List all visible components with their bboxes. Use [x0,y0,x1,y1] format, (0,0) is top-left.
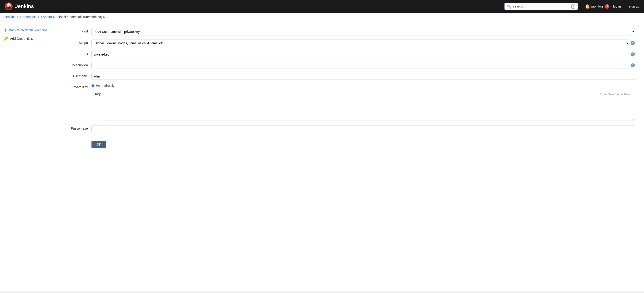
ok-button[interactable]: OK [92,141,106,148]
scope-help-icon[interactable]: ? [631,41,635,45]
monitors-button[interactable]: 🔔 monitors 3 [585,4,610,9]
breadcrumb-jenkins[interactable]: Jenkins [4,15,15,19]
svg-rect-5 [7,9,10,10]
form-actions: OK [64,136,635,148]
scope-row: Scope Global (Jenkins, nodes, items, all… [64,39,635,47]
header-divider: | [624,4,626,8]
jenkins-logo-area[interactable]: Jenkins [4,2,34,10]
breadcrumb-system[interactable]: System [41,15,52,19]
username-control-wrap [92,73,635,80]
scope-select[interactable]: Global (Jenkins, nodes, items, all child… [92,39,629,47]
add-credentials-link[interactable]: Add Credentials [10,37,33,40]
enter-directly-radio[interactable] [92,84,94,87]
enter-directly-label[interactable]: Enter directly [96,84,114,87]
description-input[interactable] [92,62,629,69]
username-row: Username [64,73,635,80]
description-label: Description [64,62,92,67]
kind-row: Kind SSH Username with private key Usern… [64,28,635,35]
breadcrumb-global: Global credentials (unrestricted) [57,15,102,19]
login-link[interactable]: log in [613,4,621,8]
back-to-domains-link[interactable]: Back to credential domains [9,28,47,32]
description-help-icon[interactable]: ? [631,63,635,67]
svg-point-3 [10,5,10,5]
username-input[interactable] [92,73,635,80]
breadcrumb-arrow-2: ▶ [38,15,40,18]
add-credentials-form: Kind SSH Username with private key Usern… [64,28,635,148]
id-row: ID ? [64,51,635,58]
private-key-control-wrap: Enter directly Key Enter New Secret Belo… [92,84,635,121]
breadcrumb: Jenkins ▶ Credentials ▶ System ▶ Global … [0,13,644,21]
key-icon: 🔑 [4,36,8,41]
breadcrumb-credentials[interactable]: Credentials [20,15,36,19]
svg-point-2 [8,5,8,5]
search-container: 🔍 ? [504,3,578,10]
breadcrumb-arrow-3: ▶ [53,15,55,18]
search-icon: 🔍 [507,4,511,9]
bell-icon: 🔔 [585,4,590,9]
search-help-icon[interactable]: ? [571,4,576,9]
key-row: Key Enter New Secret Below [92,91,635,121]
scope-control-wrap: Global (Jenkins, nodes, items, all child… [92,39,635,47]
breadcrumb-arrow-4: ▶ [103,15,106,18]
jenkins-logo-icon [4,2,13,10]
app-title: Jenkins [15,3,34,9]
enter-directly-row: Enter directly [92,84,114,87]
id-label: ID [64,51,92,56]
signup-link[interactable]: sign up [629,4,640,8]
back-arrow-icon: ⬆ [4,28,7,33]
sidebar-item-back[interactable]: ⬆ Back to credential domains [0,26,55,34]
private-key-label: Private Key [64,84,92,89]
key-label: Key [92,91,100,96]
key-textarea[interactable] [102,91,635,120]
header-right: 🔔 monitors 3 log in | sign up [585,4,640,9]
sidebar: ⬆ Back to credential domains 🔑 Add Crede… [0,21,55,292]
private-key-row: Private Key Enter directly Key Enter New… [64,84,635,121]
kind-select[interactable]: SSH Username with private key Username w… [92,28,635,35]
key-textarea-wrap: Enter New Secret Below [102,91,635,121]
passphrase-input[interactable] [92,125,635,132]
sidebar-item-add-credentials[interactable]: 🔑 Add Credentials [0,34,55,42]
description-row: Description ? [64,62,635,69]
monitors-badge: 3 [605,4,610,9]
passphrase-label: Passphrase [64,125,92,130]
kind-label: Kind [64,28,92,33]
passphrase-control-wrap [92,125,635,132]
id-control-wrap: ? [92,51,635,58]
scope-label: Scope [64,39,92,44]
passphrase-row: Passphrase [64,125,635,132]
content-area: Kind SSH Username with private key Usern… [55,21,644,292]
description-control-wrap: ? [92,62,635,69]
svg-point-1 [7,3,11,8]
monitors-label: monitors [592,4,604,8]
search-input[interactable] [513,4,569,8]
id-input[interactable] [92,51,629,58]
username-label: Username [64,73,92,78]
kind-control-wrap: SSH Username with private key Username w… [92,28,635,35]
breadcrumb-arrow-1: ▶ [17,15,19,18]
id-help-icon[interactable]: ? [631,52,635,56]
